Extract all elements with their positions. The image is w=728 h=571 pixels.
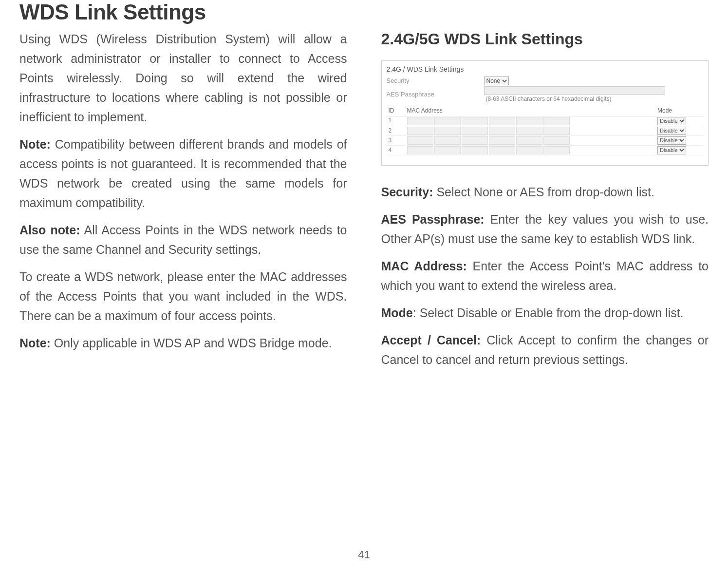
mac-def-label: MAC Address:: [381, 259, 467, 273]
note3-label: Note:: [19, 336, 51, 350]
mac-input[interactable]: [543, 136, 570, 145]
field-mac: MAC Address: Enter the Access Point's MA…: [381, 256, 709, 295]
intro-paragraph: Using WDS (Wireless Distribution System)…: [19, 29, 347, 127]
document-page: WDS Link Settings Using WDS (Wireless Di…: [0, 0, 728, 571]
col-mac: MAC Address: [405, 106, 656, 116]
security-def-label: Security:: [381, 185, 433, 199]
security-select[interactable]: None: [484, 76, 509, 85]
security-label: Security: [387, 77, 484, 85]
col-id: ID: [387, 106, 405, 116]
mac-cells: [405, 126, 656, 135]
mode-def-label: Mode: [381, 306, 413, 320]
mac-input[interactable]: [434, 136, 461, 145]
row-id: 3: [387, 135, 405, 145]
accept-def-label: Accept / Cancel:: [381, 333, 481, 347]
note-label: Note:: [19, 137, 51, 151]
mac-input[interactable]: [489, 127, 515, 135]
passphrase-hint: (8-63 ASCII characters or 64 hexadecimal…: [486, 95, 612, 102]
also-note-label: Also note:: [19, 223, 80, 237]
mode-select[interactable]: Disable: [657, 146, 686, 154]
wds-settings-screenshot: 2.4G / WDS Link Settings Security None A…: [381, 60, 709, 166]
mac-input[interactable]: [407, 117, 433, 125]
mac-input[interactable]: [407, 146, 433, 154]
screenshot-title: 2.4G / WDS Link Settings: [387, 65, 704, 74]
mac-input[interactable]: [489, 146, 515, 154]
mac-input[interactable]: [407, 136, 433, 145]
page-title: WDS Link Settings: [19, 0, 709, 24]
mac-input[interactable]: [516, 117, 542, 125]
mac-input[interactable]: [462, 136, 488, 145]
passphrase-label: AES Passphrase: [387, 91, 484, 99]
mode-select[interactable]: Disable: [657, 136, 686, 145]
mac-input[interactable]: [434, 127, 461, 135]
note-applicable: Note: Only applicable in WDS AP and WDS …: [19, 333, 347, 353]
table-row: 2 Disabl: [387, 126, 704, 135]
note3-text: Only applicable in WDS AP and WDS Bridge…: [51, 336, 332, 350]
passphrase-input[interactable]: [484, 86, 665, 95]
section-heading: 2.4G/5G WDS Link Settings: [381, 29, 709, 49]
table-row: 3 Disabl: [387, 135, 704, 145]
security-def-text: Select None or AES from drop-down list.: [433, 185, 654, 199]
page-number: 41: [0, 549, 728, 561]
create-network-paragraph: To create a WDS network, please enter th…: [19, 267, 347, 325]
field-mode: Mode: Select Disable or Enable from the …: [381, 303, 709, 323]
mac-cells: [405, 145, 656, 155]
mac-input[interactable]: [434, 117, 461, 125]
passphrase-row: AES Passphrase (8-63 ASCII characters or…: [387, 86, 704, 103]
mac-input[interactable]: [516, 136, 542, 145]
mac-input[interactable]: [489, 117, 515, 125]
mac-input[interactable]: [543, 117, 570, 125]
row-id: 1: [387, 116, 405, 126]
field-accept: Accept / Cancel: Click Accept to confirm…: [381, 330, 709, 369]
mac-input[interactable]: [462, 146, 488, 154]
table-row: 4 Disabl: [387, 145, 704, 155]
note-compatibility: Note: Compatibility between different br…: [19, 134, 347, 212]
mac-input[interactable]: [462, 117, 488, 125]
table-row: 1 Disabl: [387, 116, 704, 126]
row-id: 4: [387, 145, 405, 155]
mode-select[interactable]: Disable: [657, 117, 686, 125]
passphrase-wrap: (8-63 ASCII characters or 64 hexadecimal…: [484, 86, 665, 103]
mac-input[interactable]: [434, 146, 461, 154]
two-column-layout: Using WDS (Wireless Distribution System)…: [19, 29, 709, 377]
aes-def-label: AES Passphrase:: [381, 212, 485, 226]
mac-input[interactable]: [407, 127, 433, 135]
mac-address-table: ID MAC Address Mode 1: [387, 106, 704, 155]
mac-input[interactable]: [489, 136, 515, 145]
mac-input[interactable]: [462, 127, 488, 135]
mac-input[interactable]: [543, 127, 570, 135]
security-row: Security None: [387, 76, 704, 85]
mac-cells: [405, 116, 656, 126]
mac-input[interactable]: [516, 146, 542, 154]
col-mode: Mode: [655, 106, 703, 116]
field-aes: AES Passphrase: Enter the key values you…: [381, 209, 709, 248]
right-column: 2.4G/5G WDS Link Settings 2.4G / WDS Lin…: [381, 29, 709, 377]
mode-def-text: : Select Disable or Enable from the drop…: [413, 306, 684, 320]
mac-input[interactable]: [543, 146, 570, 154]
mode-select[interactable]: Disable: [657, 127, 686, 135]
mac-cells: [405, 135, 656, 145]
mac-input[interactable]: [516, 127, 542, 135]
row-id: 2: [387, 126, 405, 135]
left-column: Using WDS (Wireless Distribution System)…: [19, 29, 347, 377]
note-also: Also note: All Access Points in the WDS …: [19, 220, 347, 259]
field-security: Security: Select None or AES from drop-d…: [381, 182, 709, 202]
note-text: Compatibility between different brands a…: [19, 137, 347, 209]
